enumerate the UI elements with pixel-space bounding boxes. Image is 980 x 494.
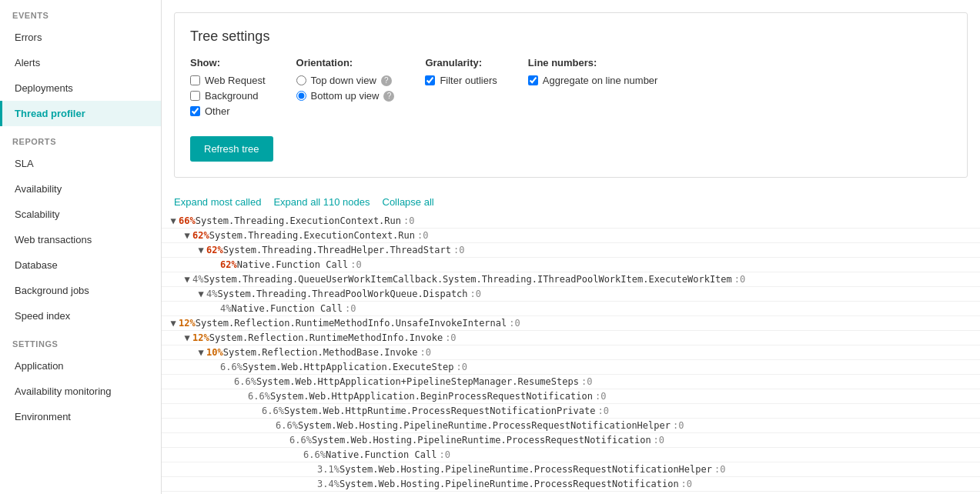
filter-outliers-checkbox[interactable] [425, 75, 435, 85]
tree-node-count: :0 [420, 347, 431, 358]
tree-row[interactable]: 6.6% System.Web.HttpRuntime.ProcessReque… [162, 404, 980, 419]
tree-row[interactable]: 6.6% System.Web.HttpApplication.BeginPro… [162, 389, 980, 404]
sidebar-item-environment[interactable]: Environment [0, 404, 161, 429]
tree-node-pct: 6.6% [220, 362, 242, 372]
tree-node-count: :0 [734, 274, 745, 285]
tree-node-count: :0 [453, 245, 464, 255]
tree-node-text: System.Web.HttpApplication+PipelineStepM… [256, 376, 579, 387]
tree-node-count: :0 [345, 303, 356, 314]
collapse-all-link[interactable]: Collapse all [383, 196, 434, 208]
tree-row[interactable]: 3.1% System.Web.Hosting.PipelineRuntime.… [162, 462, 980, 477]
sidebar-item-availability[interactable]: Availability [0, 176, 161, 202]
tree-node-text: System.Web.Hosting.PipelineRuntime.Proce… [312, 435, 651, 446]
tree-node-count: :0 [595, 391, 606, 402]
filter-outliers-label: Filter outliers [440, 75, 497, 86]
top-down-help-icon[interactable]: ? [381, 75, 392, 86]
tree-node-pct: 6.6% [303, 449, 326, 460]
sidebar-item-errors[interactable]: Errors [0, 25, 161, 50]
show-group: Show: Web Request Background Other [190, 57, 266, 121]
tree-node-count: :0 [654, 435, 664, 446]
tree-row[interactable]: ▼66% System.Threading.ExecutionContext.R… [162, 214, 980, 229]
granularity-group: Granularity: Filter outliers [425, 57, 497, 90]
tree-node-text: System.Reflection.MethodBase.Invoke [223, 347, 418, 358]
tree-node-text: System.Threading.ExecutionContext.Run [209, 230, 415, 241]
tree-node-count: :0 [509, 318, 520, 329]
tree-row[interactable]: ▼10% System.Reflection.MethodBase.Invoke… [162, 345, 980, 360]
sidebar-item-sla[interactable]: SLA [0, 151, 161, 176]
sidebar-item-thread-profiler[interactable]: Thread profiler [0, 101, 161, 126]
tree-node-pct: 6.6% [262, 406, 284, 416]
show-web-request-option: Web Request [190, 75, 266, 86]
sidebar-item-availability-monitoring[interactable]: Availability monitoring [0, 379, 161, 404]
filter-outliers-option: Filter outliers [425, 75, 497, 86]
expand-all-link[interactable]: Expand all 110 nodes [273, 196, 370, 208]
bottom-up-radio[interactable] [296, 91, 306, 101]
tree-node-text: System.Web.HttpApplication.ExecuteStep [242, 362, 454, 372]
tree-row[interactable]: 4% Native.Function Call:0 [162, 302, 980, 316]
tree-toggle-icon[interactable]: ▼ [182, 332, 192, 343]
tree-toggle-icon[interactable]: ▼ [168, 215, 179, 226]
refresh-tree-button[interactable]: Refresh tree [190, 136, 273, 162]
show-web-request-checkbox[interactable] [190, 75, 200, 85]
line-numbers-label: Line numbers: [528, 57, 658, 68]
tree-node-text: System.Web.HttpRuntime.ProcessRequestNot… [284, 406, 596, 416]
bottom-up-help-icon[interactable]: ? [383, 91, 394, 102]
tree-row[interactable]: 6.6% System.Web.HttpApplication+Pipeline… [162, 375, 980, 389]
tree-node-text: Native.Function Call [231, 303, 343, 314]
show-background-label: Background [205, 90, 258, 102]
tree-node-count: :0 [403, 215, 414, 226]
tree-node-pct: 62% [220, 259, 237, 270]
show-web-request-label: Web Request [205, 75, 266, 86]
tree-node-text: System.Web.HttpApplication.BeginProcessR… [270, 391, 593, 402]
tree-node-text: System.Threading.ThreadPoolWorkQueue.Dis… [217, 289, 467, 299]
bottom-up-label: Bottom up view [311, 90, 380, 102]
tree-row[interactable]: ▼12% System.Reflection.RuntimeMethodInfo… [162, 316, 980, 331]
sidebar-item-scalability[interactable]: Scalability [0, 202, 161, 227]
tree-node-count: :0 [456, 362, 467, 372]
tree-node-pct: 66% [179, 215, 196, 226]
tree-toggle-icon[interactable]: ▼ [196, 347, 206, 358]
tree-toggle-icon[interactable]: ▼ [168, 318, 179, 329]
show-background-checkbox[interactable] [190, 91, 200, 101]
tree-node-pct: 4% [220, 303, 231, 314]
sidebar-item-background-jobs[interactable]: Background jobs [0, 278, 161, 303]
tree-row[interactable]: 6.6% System.Web.Hosting.PipelineRuntime.… [162, 419, 980, 433]
sidebar-item-speed-index[interactable]: Speed index [0, 303, 161, 329]
tree-node-text: System.Threading.ExecutionContext.Run [196, 215, 401, 226]
orientation-group: Orientation: Top down view ? Bottom up v… [296, 57, 395, 105]
tree-row[interactable]: ▼62% System.Threading.ExecutionContext.R… [162, 229, 980, 243]
show-label: Show: [190, 57, 266, 68]
tree-row[interactable]: ▼12% System.Reflection.RuntimeMethodInfo… [162, 331, 980, 345]
tree-node-text: Native.Function Call [326, 449, 437, 460]
show-other-checkbox[interactable] [190, 106, 200, 116]
tree-row[interactable]: 6.6% System.Web.Hosting.PipelineRuntime.… [162, 433, 980, 448]
orientation-label: Orientation: [296, 57, 395, 68]
tree-node-text: System.Web.Hosting.PipelineRuntime.Proce… [339, 479, 679, 489]
tree-row[interactable]: ▼62% System.Threading.ThreadHelper.Threa… [162, 243, 980, 258]
tree-row[interactable]: ▼4% System.Threading.ThreadPoolWorkQueue… [162, 287, 980, 302]
tree-row[interactable]: 62% Native.Function Call:0 [162, 258, 980, 272]
settings-row: Show: Web Request Background Other Orien… [190, 57, 952, 121]
expand-most-called-link[interactable]: Expand most called [174, 196, 261, 208]
tree-node-text: System.Reflection.RuntimeMethodInfo.Invo… [209, 332, 443, 343]
sidebar-item-web-transactions[interactable]: Web transactions [0, 227, 161, 252]
tree-toggle-icon[interactable]: ▼ [196, 245, 206, 255]
tree-toggle-icon[interactable]: ▼ [182, 274, 192, 285]
tree-node-count: :0 [581, 376, 592, 387]
tree-node-text: System.Threading.QueueUserWorkItemCallba… [203, 274, 731, 285]
tree-node-pct: 6.6% [234, 376, 256, 387]
tree-toggle-icon[interactable]: ▼ [182, 230, 192, 241]
sidebar-item-deployments[interactable]: Deployments [0, 75, 161, 101]
aggregate-line-number-checkbox[interactable] [528, 75, 538, 85]
tree-row[interactable]: ▼4% System.Threading.QueueUserWorkItemCa… [162, 272, 980, 287]
sidebar-item-database[interactable]: Database [0, 252, 161, 278]
sidebar-item-alerts[interactable]: Alerts [0, 50, 161, 75]
tree-row[interactable]: 3.4% System.Web.Hosting.PipelineRuntime.… [162, 477, 980, 492]
tree-node-text: System.Web.Hosting.PipelineRuntime.Proce… [298, 420, 671, 431]
sidebar-item-application[interactable]: Application [0, 353, 161, 379]
aggregate-line-number-option: Aggregate on line number [528, 75, 658, 86]
tree-row[interactable]: 6.6% System.Web.HttpApplication.ExecuteS… [162, 360, 980, 375]
top-down-radio[interactable] [296, 75, 306, 85]
tree-row[interactable]: 6.6% Native.Function Call:0 [162, 448, 980, 462]
tree-toggle-icon[interactable]: ▼ [196, 289, 206, 299]
